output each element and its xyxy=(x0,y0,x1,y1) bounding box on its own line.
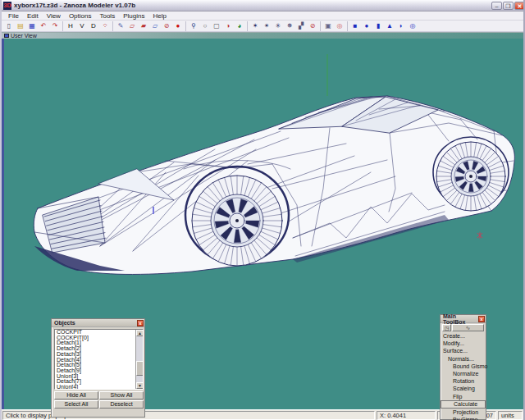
status-units: units xyxy=(498,411,523,420)
close-button[interactable]: ✕ xyxy=(514,2,525,10)
menu-bar: FileEditViewOptionsToolsPluginsHelp xyxy=(2,11,525,21)
toolbar-import-button[interactable]: ↶ xyxy=(39,21,49,31)
toolbox-item-projection[interactable]: Projection xyxy=(441,409,486,416)
toolbox-handle[interactable]: ∿ xyxy=(452,324,484,331)
objects-panel-close-icon[interactable]: x xyxy=(137,320,144,326)
toolbar-hide-button[interactable]: H xyxy=(66,21,76,31)
toolbar-primitive-sphere-button[interactable]: ● xyxy=(362,21,372,31)
toolbar-faces-off-button[interactable]: ⊘ xyxy=(162,21,172,31)
toolbar-zoom-button[interactable]: ⚲ xyxy=(189,21,199,31)
toolbox-item-normals[interactable]: Normals... xyxy=(441,355,486,363)
toolbox-item-modify[interactable]: Modify... xyxy=(441,340,486,347)
main-toolbar: ▯▤▦↶↷HVD⁘✎▱▰▱⊘●⚲○▢◑◕✶✴✳✵▞⊘▣◎■●▮▲◗◎ xyxy=(2,21,525,32)
toolbar-save-button[interactable]: ▦ xyxy=(27,21,38,31)
select-all-button[interactable]: Select All xyxy=(54,400,98,409)
objects-panel-titlebar[interactable]: Objects x xyxy=(52,319,144,327)
toolbar-zoom-extents-button[interactable]: ▢ xyxy=(212,21,222,31)
toolbox-item-rotation[interactable]: Rotation xyxy=(441,377,486,385)
viewport-caption-bar[interactable]: User View xyxy=(2,32,525,39)
toolbar-detach-button[interactable]: D xyxy=(89,21,99,31)
toolbar-modify-button[interactable]: ✎ xyxy=(116,21,126,31)
toolbar-view-button[interactable]: V xyxy=(77,21,88,31)
scroll-up-icon[interactable]: ▲ xyxy=(136,330,144,336)
toolbox-item-normalize[interactable]: Normalize xyxy=(441,370,486,377)
toolbar-primitive-torus-button[interactable]: ◗ xyxy=(396,21,407,31)
toolbar-select-none-button[interactable]: ⊘ xyxy=(308,21,318,31)
toolbar-primitive-box-button[interactable]: ■ xyxy=(350,21,361,31)
toolbar-new-button[interactable]: ▯ xyxy=(4,21,15,31)
toolbar-wireframe-mode-button[interactable]: ▣ xyxy=(323,21,334,31)
toolbar-snap-button[interactable]: ⁘ xyxy=(100,21,111,31)
app-icon: 3D xyxy=(3,2,11,10)
window-title: xyborx17t.z3d - Zanoza Modeler v1.07b xyxy=(14,2,491,9)
toolbox-close-icon[interactable]: x xyxy=(478,316,485,322)
toolbar-select-more-button[interactable]: ▞ xyxy=(296,21,307,31)
rear-wheel xyxy=(436,142,505,211)
toolbar-primitive-cone-button[interactable]: ▲ xyxy=(385,21,395,31)
toolbar-lights-button[interactable]: ◑ xyxy=(223,21,234,31)
toolbox-title: Main ToolBox xyxy=(443,313,478,325)
title-bar[interactable]: 3D xyborx17t.z3d - Zanoza Modeler v1.07b… xyxy=(2,0,525,11)
menu-help[interactable]: Help xyxy=(148,12,170,20)
viewport-icon xyxy=(4,34,9,38)
objects-panel-title: Objects xyxy=(54,320,137,326)
toolbox-pin-icon[interactable]: ◳ xyxy=(442,324,451,331)
toolbox-item-flip[interactable]: Flip xyxy=(441,393,486,400)
toolbar-faces-a-button[interactable]: ▱ xyxy=(127,21,138,31)
viewport-caption-label: User View xyxy=(11,33,37,39)
menu-file[interactable]: File xyxy=(4,12,23,20)
show-all-button[interactable]: Show All xyxy=(99,391,144,399)
toolbar-primitive-tube-button[interactable]: ◎ xyxy=(408,21,418,31)
toolbar-select-quad-button[interactable]: ✴ xyxy=(262,21,272,31)
object-list-item[interactable]: Union[4] xyxy=(55,385,143,390)
toolbar-primitive-cylinder-button[interactable]: ▮ xyxy=(373,21,384,31)
toolbar-faces-b-button[interactable]: ▰ xyxy=(139,21,149,31)
toolbar-open-button[interactable]: ▤ xyxy=(16,21,26,31)
front-wheel xyxy=(192,176,282,266)
toolbar-orbit-button[interactable]: ○ xyxy=(200,21,211,31)
menu-plugins[interactable]: Plugins xyxy=(119,12,148,20)
deselect-button[interactable]: Deselect xyxy=(99,400,144,409)
toolbar-materials-button[interactable]: ◕ xyxy=(235,21,245,31)
toolbox-item-by-gismo[interactable]: By Gismo xyxy=(441,416,486,420)
pivot-marker xyxy=(477,232,482,239)
toolbox-item-calculate[interactable]: Calculate xyxy=(441,400,486,409)
menu-edit[interactable]: Edit xyxy=(23,12,43,20)
menu-tools[interactable]: Tools xyxy=(95,12,119,20)
vertex-marker xyxy=(153,207,154,214)
menu-options[interactable]: Options xyxy=(65,12,96,20)
toolbox-item-create[interactable]: Create... xyxy=(441,332,486,340)
toolbox-item-scaleing[interactable]: Scaleing xyxy=(441,385,486,392)
main-toolbox-panel: Main ToolBox x ◳ ∿ Create...Modify...Sur… xyxy=(440,314,486,420)
menu-view[interactable]: View xyxy=(43,12,65,20)
application-window: 3D xyborx17t.z3d - Zanoza Modeler v1.07b… xyxy=(0,0,525,420)
toolbar-render-button[interactable]: ● xyxy=(173,21,184,31)
toolbar-faces-c-button[interactable]: ▱ xyxy=(150,21,161,31)
scrollbar-thumb[interactable] xyxy=(136,361,144,376)
scroll-down-icon[interactable]: ▼ xyxy=(136,382,144,389)
minimize-button[interactable]: – xyxy=(491,2,502,10)
toolbox-item-bound-gismo[interactable]: Bound Gismo xyxy=(441,363,486,370)
toolbar-select-circle-button[interactable]: ✳ xyxy=(273,21,284,31)
toolbar-select-single-button[interactable]: ✶ xyxy=(250,21,261,31)
toolbox-titlebar[interactable]: Main ToolBox x xyxy=(441,315,486,323)
toolbox-item-surface[interactable]: Surface... xyxy=(441,347,486,354)
toolbar-smooth-mode-button[interactable]: ◎ xyxy=(335,21,345,31)
objects-list-scrollbar[interactable]: ▲ ▼ xyxy=(135,330,143,389)
objects-panel: Objects x COCKPITCOCKPIT[0]Detach[1]Deta… xyxy=(51,318,145,418)
status-x-coordinate: X: 0.4041 xyxy=(377,411,436,420)
hide-all-button[interactable]: Hide All xyxy=(54,391,98,399)
restore-button[interactable]: ❐ xyxy=(503,2,514,10)
wireframe-car-model[interactable] xyxy=(34,96,514,274)
toolbar-export-button[interactable]: ↷ xyxy=(50,21,61,31)
toolbar-select-poly-button[interactable]: ✵ xyxy=(285,21,295,31)
objects-list[interactable]: COCKPITCOCKPIT[0]Detach[1]Detach[2]Detac… xyxy=(54,329,144,390)
